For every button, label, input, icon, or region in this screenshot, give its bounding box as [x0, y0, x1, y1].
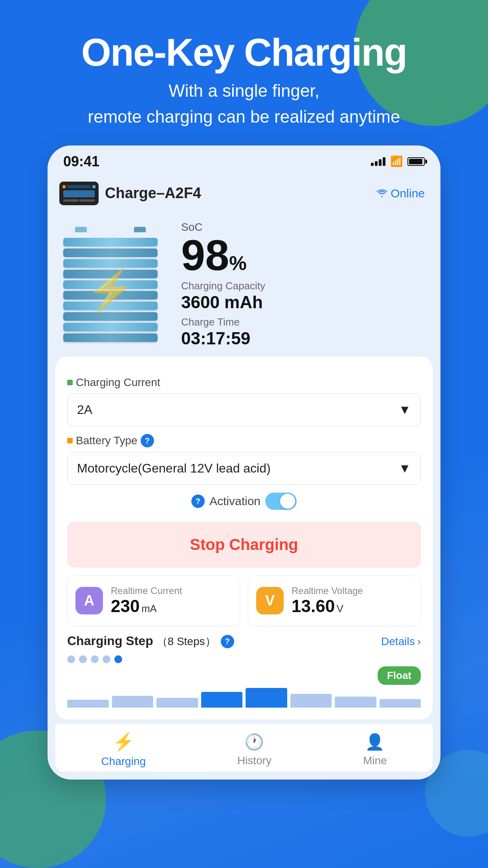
- capacity-value: 3600 mAh: [181, 292, 425, 313]
- step-dot-4: [103, 655, 110, 663]
- voltage-unit: V: [337, 603, 343, 614]
- bottom-nav: ⚡ Charging 🕐 History 👤 Mine: [55, 723, 433, 772]
- voltage-info: Realtime Voltage 13.60 V: [292, 585, 363, 616]
- battery-type-value: Motorcycle(General 12V lead acid): [77, 461, 271, 476]
- step-dot-2: [79, 655, 87, 663]
- battery-stats: SoC 98 % Charging Capacity 3600 mAh Char…: [181, 221, 425, 349]
- status-icons: 📶: [371, 155, 425, 167]
- nav-item-mine[interactable]: 👤 Mine: [363, 733, 387, 767]
- wifi-online-icon: [376, 189, 387, 198]
- battery-type-dropdown[interactable]: Motorcycle(General 12V lead acid) ▼: [67, 452, 421, 485]
- step-bar-4: [201, 692, 243, 708]
- battery-fill: [409, 159, 422, 164]
- dropdown-arrow-battery: ▼: [398, 461, 411, 476]
- terminal-minus: [134, 227, 146, 232]
- step-dot-1: [67, 655, 75, 663]
- charging-current-value: 2A: [77, 403, 92, 417]
- stop-charging-button[interactable]: Stop Charging: [67, 522, 421, 568]
- battery-section: ⚡ SoC 98 % Charging Capacity 3600 mAh Ch…: [48, 213, 440, 357]
- charge-time-value: 03:17:59: [181, 328, 425, 349]
- step-bar-3: [156, 698, 198, 708]
- charging-step-header: Charging Step （8 Steps） ? Details ›: [67, 634, 421, 649]
- chevron-right-icon: ›: [417, 635, 421, 648]
- history-nav-label: History: [237, 754, 272, 767]
- subtitle-line2: remote charging can be realized anytime: [88, 107, 400, 126]
- subtitle-line1: With a single finger,: [169, 81, 319, 100]
- status-bar: 09:41 📶: [48, 145, 440, 174]
- voltage-label: Realtime Voltage: [292, 585, 363, 596]
- phone-card: 09:41 📶: [48, 145, 440, 780]
- current-icon: A: [75, 587, 103, 614]
- nav-item-charging[interactable]: ⚡ Charging: [101, 732, 146, 768]
- details-link[interactable]: Details ›: [381, 635, 421, 648]
- step-bar-row: [67, 688, 421, 708]
- step-bar-6: [290, 694, 332, 708]
- soc-row: 98 %: [181, 234, 425, 277]
- battery-body: ⚡: [59, 226, 161, 340]
- activation-toggle[interactable]: [265, 493, 297, 510]
- signal-bar-2: [375, 161, 378, 166]
- device-name: Charge–A2F4: [105, 185, 201, 202]
- help-icon-battery[interactable]: ?: [141, 434, 154, 447]
- device-header: Charge–A2F4 Online: [48, 174, 440, 213]
- step-dots: [67, 655, 421, 663]
- battery-visual: ⚡: [59, 226, 169, 344]
- charging-nav-icon: ⚡: [113, 732, 134, 752]
- lightning-icon: ⚡: [86, 270, 135, 309]
- signal-bar-4: [383, 157, 385, 166]
- mine-nav-icon: 👤: [365, 733, 385, 751]
- step-bar-1: [67, 700, 109, 708]
- step-bar-7: [335, 697, 376, 708]
- current-value-row: 230 mA: [111, 596, 182, 616]
- wifi-icon: 📶: [390, 155, 403, 167]
- battery-type-label-row: Battery Type ?: [67, 434, 421, 447]
- activation-row: ? Activation: [67, 485, 421, 514]
- signal-bars-icon: [371, 157, 385, 166]
- voltage-value: 13.60: [292, 596, 335, 616]
- device-left: Charge–A2F4: [59, 182, 201, 205]
- charging-nav-label: Charging: [101, 755, 146, 768]
- history-nav-icon: 🕐: [244, 733, 264, 751]
- main-title: One-Key Charging: [0, 31, 488, 74]
- header-section: One-Key Charging With a single finger, r…: [0, 0, 488, 145]
- charging-current-dropdown[interactable]: 2A ▼: [67, 394, 421, 426]
- green-dot: [67, 380, 73, 385]
- step-title: Charging Step （8 Steps）: [67, 634, 216, 649]
- soc-unit: %: [229, 254, 246, 273]
- help-icon-steps[interactable]: ?: [221, 635, 234, 648]
- step-dot-3: [91, 655, 99, 663]
- content-area: Charging Current 2A ▼ Battery Type ? Mot…: [55, 357, 433, 719]
- charging-current-label-row: Charging Current: [67, 376, 421, 389]
- step-bar-5: [246, 688, 287, 708]
- soc-value: 98: [181, 234, 229, 277]
- nav-item-history[interactable]: 🕐 History: [237, 733, 272, 767]
- current-value: 230: [111, 596, 139, 616]
- orange-dot: [67, 438, 73, 443]
- current-unit: mA: [141, 603, 157, 614]
- device-icon: [59, 182, 99, 205]
- current-label: Realtime Current: [111, 585, 182, 596]
- capacity-label: Charging Capacity: [181, 280, 425, 292]
- subtitle: With a single finger, remote charging ca…: [0, 78, 488, 130]
- dropdown-arrow-current: ▼: [398, 403, 411, 417]
- help-icon-activation[interactable]: ?: [191, 495, 205, 508]
- online-status-text: Online: [391, 187, 425, 200]
- step-title-row: Charging Step （8 Steps） ?: [67, 634, 234, 649]
- signal-bar-3: [379, 159, 382, 166]
- step-dot-5: [114, 655, 122, 663]
- step-bar-2: [112, 696, 154, 708]
- charging-current-label: Charging Current: [76, 376, 160, 389]
- voltage-value-row: 13.60 V: [292, 596, 363, 616]
- terminal-plus: [75, 227, 87, 232]
- toggle-knob: [280, 494, 295, 509]
- current-info: Realtime Current 230 mA: [111, 585, 182, 616]
- realtime-voltage-card: V Realtime Voltage 13.60 V: [248, 576, 421, 626]
- mine-nav-label: Mine: [363, 754, 387, 767]
- online-badge: Online: [376, 187, 425, 200]
- battery-status-icon: [407, 157, 425, 166]
- details-label: Details: [381, 635, 415, 648]
- float-badge-row: Float: [67, 666, 421, 685]
- voltage-icon: V: [256, 587, 284, 614]
- status-time: 09:41: [63, 153, 99, 170]
- realtime-current-card: A Realtime Current 230 mA: [67, 576, 240, 626]
